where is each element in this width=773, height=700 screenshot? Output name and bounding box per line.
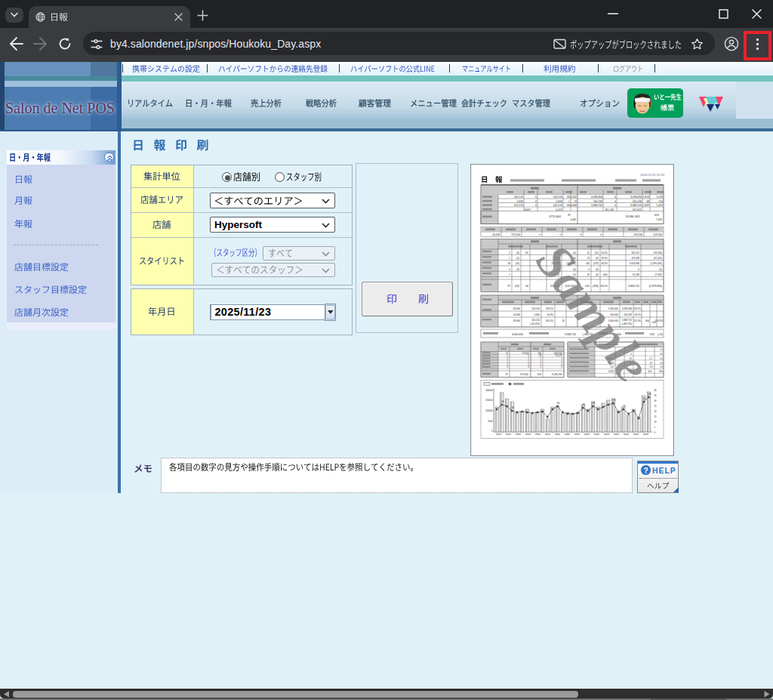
svg-text:0: 0 (614, 196, 616, 199)
svg-text:215,427: 215,427 (556, 354, 563, 357)
svg-text:(0): (0) (516, 257, 519, 260)
svg-text:10: 10 (654, 420, 658, 423)
svg-text:30: 30 (511, 406, 514, 409)
svg-text:36.6: 36.6 (659, 370, 664, 373)
svg-text:0: 0 (560, 233, 562, 236)
svg-text:195.1%: 195.1% (546, 307, 554, 310)
svg-text:74: 74 (574, 199, 577, 202)
svg-text:3,029,994: 3,029,994 (630, 262, 640, 265)
svg-text:4,460: 4,460 (570, 218, 576, 221)
svg-text:620: 620 (654, 214, 659, 217)
svg-text:6,667: 6,667 (525, 208, 531, 211)
svg-text:39.1%: 39.1% (601, 257, 608, 260)
svg-text:4,262: 4,262 (571, 196, 577, 199)
svg-text:0: 0 (614, 199, 616, 202)
svg-text:5,432: 5,432 (657, 204, 664, 207)
svg-text:68.3%: 68.3% (601, 262, 608, 265)
svg-text:145,213: 145,213 (514, 204, 523, 207)
svg-text:145,213: 145,213 (553, 204, 562, 207)
svg-text:100000: 100000 (485, 409, 493, 412)
svg-text:(+45,413): (+45,413) (530, 322, 540, 325)
svg-text:0: 0 (540, 233, 541, 236)
svg-text:0: 0 (581, 233, 582, 236)
svg-text:600: 600 (645, 319, 649, 322)
svg-text:223,540: 223,540 (633, 233, 642, 236)
svg-text:0.4: 0.4 (660, 365, 663, 369)
svg-text:43: 43 (648, 393, 651, 396)
svg-text:0.2: 0.2 (660, 361, 663, 364)
svg-text:150000: 150000 (485, 399, 493, 402)
svg-text:594: 594 (538, 351, 542, 354)
svg-text:83,300: 83,300 (513, 307, 521, 310)
svg-text:40: 40 (654, 389, 658, 392)
svg-text:34: 34 (557, 402, 560, 405)
svg-text:173,540: 173,540 (511, 233, 520, 236)
svg-text:3,238,494: 3,238,494 (591, 196, 602, 199)
svg-text:1,699: 1,699 (643, 204, 650, 207)
svg-text:30: 30 (654, 399, 658, 402)
svg-text:(24): (24) (516, 262, 519, 265)
svg-text:3,320,914: 3,320,914 (553, 351, 562, 354)
svg-text:41: 41 (643, 397, 646, 400)
svg-text:15: 15 (654, 415, 658, 418)
svg-text:(33,533): (33,533) (654, 251, 662, 254)
svg-text:620: 620 (650, 333, 654, 336)
svg-text:26.1%: 26.1% (634, 313, 641, 316)
svg-text:25: 25 (654, 405, 658, 408)
svg-text:2,690: 2,690 (517, 199, 524, 202)
svg-text:35: 35 (654, 394, 658, 397)
svg-text:50,000: 50,000 (492, 233, 500, 236)
svg-text:(0): (0) (516, 251, 519, 254)
svg-text:0%: 0% (525, 251, 529, 254)
svg-text:119,286: 119,286 (631, 257, 639, 260)
svg-text:34: 34 (508, 262, 511, 265)
svg-text:(87,250): (87,250) (654, 257, 662, 260)
svg-text:23: 23 (623, 405, 626, 408)
svg-text:3,368,720: 3,368,720 (591, 204, 602, 207)
svg-text:3,368,720: 3,368,720 (628, 285, 639, 288)
svg-text:4,460: 4,460 (571, 204, 577, 207)
svg-text:161,118: 161,118 (605, 208, 614, 211)
svg-text:173,540: 173,540 (522, 351, 530, 354)
svg-text:223,540: 223,540 (653, 233, 662, 236)
svg-text:3,368,720: 3,368,720 (630, 204, 642, 207)
svg-text:28: 28 (613, 399, 616, 402)
svg-text:64: 64 (525, 285, 528, 288)
svg-text:0: 0 (614, 204, 616, 207)
svg-text:37: 37 (505, 373, 508, 376)
svg-text:173,540: 173,540 (549, 214, 561, 218)
svg-text:(12): (12) (595, 251, 599, 254)
svg-text:3,536,341: 3,536,341 (625, 214, 640, 218)
svg-text:16,600: 16,600 (513, 313, 521, 316)
svg-text:0.0: 0.0 (660, 348, 663, 351)
svg-text:23.5%: 23.5% (601, 251, 608, 254)
svg-text:129.5%: 129.5% (633, 307, 642, 310)
svg-text:(0): (0) (516, 267, 519, 270)
svg-text:0: 0 (535, 199, 537, 202)
svg-text:103.3%: 103.3% (655, 319, 664, 322)
svg-text:142,513: 142,513 (514, 196, 523, 199)
svg-text:142,513: 142,513 (553, 196, 562, 199)
svg-text:(2,391,635): (2,391,635) (651, 262, 662, 265)
svg-text:(2,399,850): (2,399,850) (649, 285, 662, 288)
svg-text:(9): (9) (596, 257, 599, 260)
svg-text:3,000,000: 3,000,000 (512, 333, 523, 336)
svg-text:1: 1 (568, 199, 570, 202)
svg-text:145,213: 145,213 (531, 319, 540, 322)
svg-text:99,900: 99,900 (513, 319, 521, 322)
svg-text:2,690: 2,690 (556, 199, 563, 202)
svg-text:51: 51 (587, 251, 590, 254)
svg-text:200000: 200000 (485, 388, 493, 391)
svg-text:5,223: 5,223 (657, 196, 664, 199)
svg-text:(+20): (+20) (658, 333, 663, 336)
svg-text:210: 210 (658, 199, 663, 202)
svg-text:0: 0 (535, 204, 537, 207)
svg-text:5,432: 5,432 (656, 218, 662, 221)
svg-text:130,258: 130,258 (593, 199, 602, 202)
svg-text:34: 34 (501, 400, 504, 403)
svg-text:(24): (24) (515, 285, 519, 288)
svg-text:31: 31 (593, 402, 596, 405)
svg-text:16.9%: 16.9% (547, 313, 553, 316)
svg-text:624: 624 (537, 373, 542, 376)
svg-text:3,238,494: 3,238,494 (630, 196, 642, 199)
